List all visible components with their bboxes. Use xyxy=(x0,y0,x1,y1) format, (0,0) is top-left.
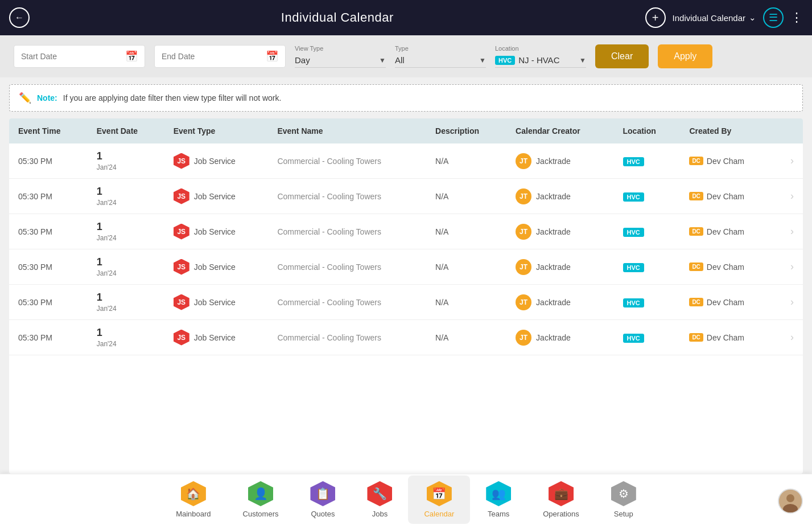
nav-item-customers[interactable]: 👤 Customers xyxy=(227,475,295,524)
cell-created-by-1: DC Dev Cham xyxy=(680,179,774,214)
events-table: Event Time Event Date Event Type Event N… xyxy=(9,118,803,355)
nav-label-mainboard: Mainboard xyxy=(176,510,211,518)
cell-description-3: N/A xyxy=(426,249,506,285)
creator-avatar: JT xyxy=(516,188,531,204)
creator-avatar: JT xyxy=(516,259,531,275)
end-date-input[interactable] xyxy=(162,52,261,61)
row-chevron-icon[interactable]: › xyxy=(775,249,803,285)
created-by-badge: DC xyxy=(689,262,703,271)
creator-avatar: JT xyxy=(516,224,531,240)
start-date-input[interactable] xyxy=(21,52,121,61)
nav-label-customers: Customers xyxy=(243,510,279,518)
created-by-badge: DC xyxy=(689,227,703,236)
menu-button[interactable]: ☰ xyxy=(763,7,784,28)
creator-name: Jacktrade xyxy=(536,262,571,272)
type-control[interactable]: All ▼ xyxy=(395,53,486,68)
table-header-row: Event Time Event Date Event Type Event N… xyxy=(9,118,803,143)
cell-event-date-0: 1 Jan'24 xyxy=(88,143,164,179)
cell-event-date-1: 1 Jan'24 xyxy=(88,179,164,214)
nav-label-teams: Teams xyxy=(488,510,509,518)
created-by-badge: DC xyxy=(689,333,703,342)
hvc-chip: HVC xyxy=(495,56,515,65)
created-by-badge: DC xyxy=(689,157,703,165)
cell-event-name-5: Commercial - Cooling Towers xyxy=(268,320,426,355)
back-button[interactable]: ← xyxy=(9,7,30,28)
header: ← Individual Calendar + Individual Calen… xyxy=(0,0,812,35)
row-chevron-icon[interactable]: › xyxy=(775,214,803,249)
end-date-calendar-icon[interactable]: 📅 xyxy=(266,50,278,63)
cell-event-date-5: 1 Jan'24 xyxy=(88,320,164,355)
clear-button[interactable]: Clear xyxy=(595,44,649,68)
table-row[interactable]: 05:30 PM 1 Jan'24 JS Job Service Commerc… xyxy=(9,320,803,355)
cell-location-1: HVC xyxy=(614,179,681,214)
apply-button[interactable]: Apply xyxy=(658,44,712,68)
location-badge: HVC xyxy=(623,334,644,343)
cell-creator-0: JT Jacktrade xyxy=(506,143,613,179)
cell-event-type-5: JS Job Service xyxy=(164,320,269,355)
note-text: If you are applying date filter then vie… xyxy=(63,93,282,102)
nav-label-setup: Setup xyxy=(614,510,633,518)
cell-event-time-3: 05:30 PM xyxy=(9,249,88,285)
table-row[interactable]: 05:30 PM 1 Jan'24 JS Job Service Commerc… xyxy=(9,143,803,179)
start-date-calendar-icon[interactable]: 📅 xyxy=(125,50,138,63)
svg-point-1 xyxy=(786,494,794,502)
cell-description-1: N/A xyxy=(426,179,506,214)
bottom-nav: 🏠 Mainboard 👤 Customers 📋 Quotes 🔧 Jobs … xyxy=(0,474,812,525)
nav-item-operations[interactable]: 💼 Operations xyxy=(527,475,595,524)
nav-item-quotes[interactable]: 📋 Quotes xyxy=(294,475,351,524)
cell-event-type-3: JS Job Service xyxy=(164,249,269,285)
location-select[interactable]: Location HVC NJ - HVAC ▼ xyxy=(495,45,586,68)
view-selector[interactable]: Individual Calendar ⌄ xyxy=(673,13,756,23)
nav-item-mainboard[interactable]: 🏠 Mainboard xyxy=(160,475,226,524)
col-action xyxy=(775,118,803,143)
nav-item-setup[interactable]: ⚙ Setup xyxy=(595,475,652,524)
table-row[interactable]: 05:30 PM 1 Jan'24 JS Job Service Commerc… xyxy=(9,249,803,285)
created-by-name: Dev Cham xyxy=(707,333,744,342)
location-badge: HVC xyxy=(623,228,644,237)
nav-item-jobs[interactable]: 🔧 Jobs xyxy=(351,475,408,524)
col-created-by: Created By xyxy=(680,118,774,143)
row-chevron-icon[interactable]: › xyxy=(775,143,803,179)
cell-location-3: HVC xyxy=(614,249,681,285)
nav-label-operations: Operations xyxy=(543,510,579,518)
col-event-time: Event Time xyxy=(9,118,88,143)
view-type-select[interactable]: View Type Day ▼ xyxy=(295,45,386,68)
created-by-badge: DC xyxy=(689,298,703,306)
table-row[interactable]: 05:30 PM 1 Jan'24 JS Job Service Commerc… xyxy=(9,285,803,320)
more-options-button[interactable]: ⋮ xyxy=(790,10,803,25)
type-chevron-icon: ▼ xyxy=(479,56,486,64)
cell-created-by-5: DC Dev Cham xyxy=(680,320,774,355)
col-event-date: Event Date xyxy=(88,118,164,143)
start-date-field[interactable]: 📅 xyxy=(14,45,145,68)
note-label: Note: xyxy=(37,93,57,102)
cell-creator-5: JT Jacktrade xyxy=(506,320,613,355)
table-row[interactable]: 05:30 PM 1 Jan'24 JS Job Service Commerc… xyxy=(9,179,803,214)
row-chevron-icon[interactable]: › xyxy=(775,179,803,214)
type-select[interactable]: Type All ▼ xyxy=(395,45,486,68)
table-row[interactable]: 05:30 PM 1 Jan'24 JS Job Service Commerc… xyxy=(9,214,803,249)
creator-avatar: JT xyxy=(516,153,531,169)
cell-created-by-3: DC Dev Cham xyxy=(680,249,774,285)
view-type-control[interactable]: Day ▼ xyxy=(295,53,386,68)
type-value: All xyxy=(395,55,476,65)
add-button[interactable]: + xyxy=(645,7,666,28)
view-type-label: View Type xyxy=(295,45,386,52)
event-type-hex-icon: JS xyxy=(174,224,189,240)
cell-event-type-4: JS Job Service xyxy=(164,285,269,320)
nav-item-teams[interactable]: 👥 Teams xyxy=(470,475,527,524)
cell-creator-2: JT Jacktrade xyxy=(506,214,613,249)
row-chevron-icon[interactable]: › xyxy=(775,285,803,320)
col-event-name: Event Name xyxy=(268,118,426,143)
cell-creator-1: JT Jacktrade xyxy=(506,179,613,214)
table-wrapper[interactable]: Event Time Event Date Event Type Event N… xyxy=(9,118,803,474)
created-by-name: Dev Cham xyxy=(707,157,744,166)
end-date-field[interactable]: 📅 xyxy=(154,45,286,68)
event-type-label: Job Service xyxy=(194,298,236,307)
created-by-name: Dev Cham xyxy=(707,227,744,236)
user-avatar[interactable] xyxy=(778,489,803,514)
event-type-label: Job Service xyxy=(194,227,236,236)
nav-item-calendar[interactable]: 📅 Calendar xyxy=(408,475,470,524)
row-chevron-icon[interactable]: › xyxy=(775,320,803,355)
location-control[interactable]: HVC NJ - HVAC ▼ xyxy=(495,53,586,68)
nav-label-calendar: Calendar xyxy=(424,510,454,518)
